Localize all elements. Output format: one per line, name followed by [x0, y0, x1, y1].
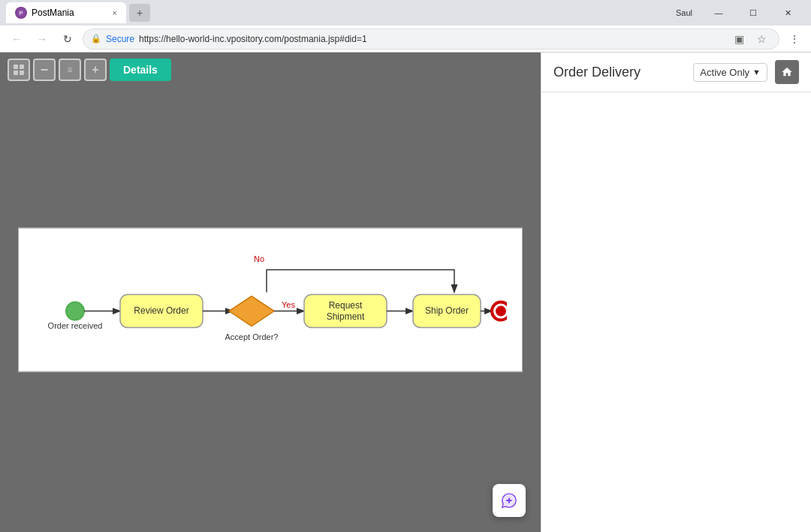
bookmark-reader-icon[interactable]: ▣: [729, 29, 749, 49]
forward-button[interactable]: →: [32, 29, 53, 50]
url-actions: ▣ ☆: [729, 29, 771, 49]
close-button[interactable]: ✕: [770, 0, 805, 26]
browser-actions: ⋮: [784, 29, 805, 50]
titlebar: P PostMania × + Saul — ☐ ✕: [0, 0, 811, 26]
minimize-button[interactable]: —: [701, 0, 736, 26]
process-diagram: No Review Order Yes: [18, 227, 523, 371]
secure-label: Secure: [106, 34, 134, 44]
dropdown-chevron-icon: ▼: [752, 68, 761, 77]
panel-title: Order Delivery: [553, 65, 686, 80]
bookmark-star-icon[interactable]: ☆: [752, 29, 771, 49]
no-label: No: [254, 254, 264, 263]
details-button[interactable]: Details: [110, 59, 171, 81]
fit-button[interactable]: ≡: [59, 59, 81, 81]
svg-rect-0: [14, 65, 18, 69]
tab-favicon: P: [15, 7, 27, 19]
tab-bar: P PostMania × +: [6, 2, 150, 23]
maximize-button[interactable]: ☐: [736, 0, 770, 26]
decision-diamond: [229, 296, 274, 326]
svg-text:Request: Request: [329, 299, 363, 310]
url-bar[interactable]: 🔒 Secure https://hello-world-inc.vposito…: [83, 29, 779, 50]
address-bar: ← → ↻ 🔒 Secure https://hello-world-inc.v…: [0, 26, 811, 53]
new-tab-button[interactable]: +: [129, 4, 150, 22]
zoom-out-button[interactable]: −: [33, 59, 56, 81]
active-tab[interactable]: P PostMania ×: [6, 2, 126, 23]
zoom-in-button[interactable]: +: [84, 59, 107, 81]
main-content: − ≡ + Details No Review Order: [0, 53, 811, 532]
back-button[interactable]: ←: [6, 29, 27, 50]
svg-text:Shipment: Shipment: [327, 311, 365, 321]
lock-icon: 🔒: [91, 34, 101, 44]
reload-button[interactable]: ↻: [57, 29, 78, 50]
svg-text:Order received: Order received: [48, 320, 103, 329]
extensions-button[interactable]: ⋮: [784, 29, 805, 50]
diagram-toolbar: − ≡ + Details: [0, 53, 541, 87]
grid-view-button[interactable]: [8, 59, 30, 81]
svg-rect-1: [20, 65, 24, 69]
chat-button[interactable]: [493, 484, 526, 517]
right-panel-header: Order Delivery Active Only ▼: [541, 53, 811, 92]
diagram-panel: − ≡ + Details No Review Order: [0, 53, 541, 532]
svg-rect-3: [20, 71, 24, 75]
url-text: https://hello-world-inc.vpository.com/po…: [139, 34, 367, 44]
start-event: [66, 302, 84, 320]
active-only-label: Active Only: [700, 67, 749, 78]
tab-title: PostMania: [32, 8, 74, 18]
right-panel-body: [541, 92, 811, 532]
svg-text:Ship Order: Ship Order: [425, 305, 469, 315]
svg-rect-2: [14, 71, 18, 75]
yes-label: Yes: [282, 299, 295, 308]
svg-text:Accept Order?: Accept Order?: [225, 332, 279, 341]
active-only-select[interactable]: Active Only ▼: [693, 63, 767, 82]
window-controls: Saul — ☐ ✕: [667, 0, 805, 26]
right-panel: Order Delivery Active Only ▼: [541, 53, 811, 532]
home-button[interactable]: [775, 60, 799, 84]
user-label: Saul: [667, 0, 701, 26]
end-event-inner: [496, 305, 506, 316]
tab-close-button[interactable]: ×: [113, 8, 117, 17]
svg-text:Review Order: Review Order: [134, 305, 188, 315]
